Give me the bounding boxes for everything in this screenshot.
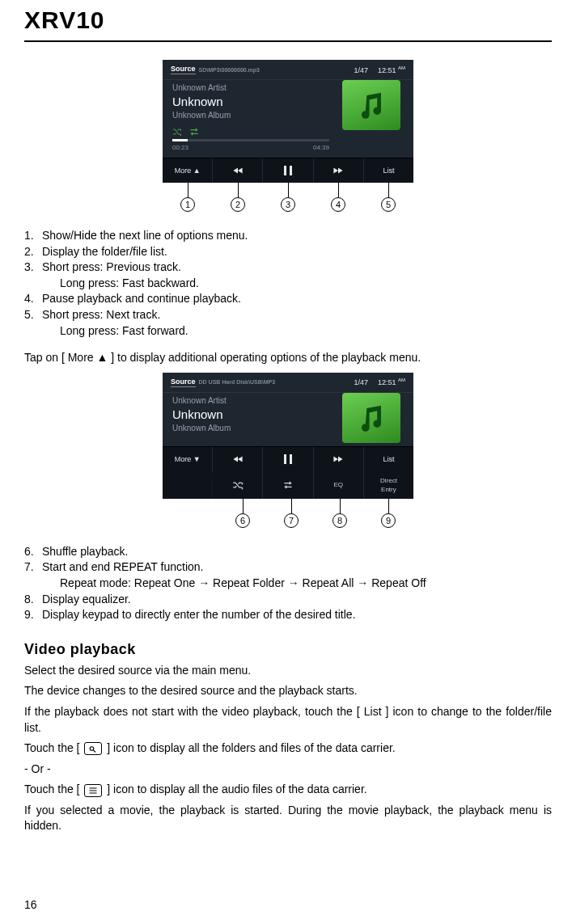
video-p1: Select the desired source via the main m… bbox=[24, 663, 552, 679]
shuffle-icon bbox=[232, 480, 244, 490]
track-index: 1/47 bbox=[354, 66, 368, 74]
video-p6: Touch the [ ] icon to display all the au… bbox=[24, 782, 552, 798]
time-total: 04:39 bbox=[313, 144, 329, 151]
page-number: 16 bbox=[24, 898, 37, 911]
list-button-2[interactable]: List bbox=[364, 447, 413, 471]
album-label-2: Unknown Album bbox=[172, 424, 329, 432]
callouts-2: 6 7 8 9 bbox=[163, 499, 413, 528]
track-title-2: Unknown bbox=[172, 407, 329, 421]
callout-5: 5 bbox=[381, 197, 396, 212]
prev-button-2[interactable] bbox=[213, 447, 263, 471]
controls-row-2b: EQ DirectEntry bbox=[163, 471, 413, 499]
video-p5: - Or - bbox=[24, 762, 552, 778]
track-title: Unknown bbox=[172, 95, 329, 108]
pause-button-2[interactable] bbox=[263, 447, 313, 471]
tap-more-text: Tap on [ More ▲ ] to display additional … bbox=[24, 350, 552, 366]
pause-icon bbox=[282, 165, 294, 176]
source-label-2: Source DD USB Hard Disk\USB\MP3 bbox=[171, 378, 275, 387]
svg-rect-2 bbox=[284, 454, 286, 464]
svg-rect-0 bbox=[284, 166, 286, 175]
album-label: Unknown Album bbox=[172, 111, 329, 120]
player-screenshot-1: Source SD\MP3\00000000.mp3 1/47 12:51 AM… bbox=[163, 60, 413, 183]
track-index-2: 1/47 bbox=[354, 378, 368, 386]
callout-8: 8 bbox=[332, 513, 347, 528]
svg-point-4 bbox=[91, 747, 95, 751]
status-icons bbox=[172, 128, 329, 136]
repeat-icon bbox=[188, 128, 200, 136]
callout-list-1: 1.Show/Hide the next line of options men… bbox=[24, 228, 552, 339]
prev-icon bbox=[232, 454, 244, 465]
pause-button[interactable] bbox=[263, 158, 313, 183]
artist-label-2: Unknown Artist bbox=[172, 396, 329, 405]
svg-rect-1 bbox=[290, 166, 292, 175]
callout-1: 1 bbox=[180, 197, 195, 212]
next-button-2[interactable] bbox=[314, 447, 364, 471]
time-elapsed: 00:23 bbox=[172, 144, 188, 151]
controls-row-2a: More ▼ List bbox=[163, 446, 413, 471]
repeat-button[interactable] bbox=[263, 471, 313, 499]
callout-7: 7 bbox=[284, 513, 299, 528]
controls-row-1: More ▲ List bbox=[163, 158, 413, 183]
progress-bar[interactable] bbox=[172, 139, 329, 141]
video-p2: The device changes to the desired source… bbox=[24, 683, 552, 699]
more-down-button[interactable]: More ▼ bbox=[163, 447, 213, 471]
more-button[interactable]: More ▲ bbox=[163, 158, 213, 183]
screenshot-2-wrap: Source DD USB Hard Disk\USB\MP3 1/47 12:… bbox=[24, 373, 552, 528]
next-icon bbox=[332, 454, 344, 465]
album-art-2 bbox=[342, 393, 400, 443]
screenshot-1-wrap: Source SD\MP3\00000000.mp3 1/47 12:51 AM… bbox=[24, 60, 552, 212]
shuffle-button[interactable] bbox=[213, 471, 263, 499]
pause-icon bbox=[282, 454, 294, 465]
clock: 12:51 AM bbox=[378, 65, 405, 74]
music-note-icon bbox=[355, 402, 388, 434]
player-screenshot-2: Source DD USB Hard Disk\USB\MP3 1/47 12:… bbox=[163, 373, 413, 499]
video-playback-heading: Video playback bbox=[24, 641, 552, 658]
list-button[interactable]: List bbox=[364, 158, 413, 183]
title-divider bbox=[24, 40, 552, 42]
video-p4: Touch the [ ] icon to display all the fo… bbox=[24, 740, 552, 757]
callout-9: 9 bbox=[381, 513, 396, 528]
repeat-icon bbox=[282, 480, 294, 490]
artist-label: Unknown Artist bbox=[172, 83, 329, 92]
page-title: XRV10 bbox=[24, 0, 552, 34]
callouts-1: 1 2 3 4 5 bbox=[163, 183, 413, 212]
clock-2: 12:51 AM bbox=[378, 378, 405, 386]
folder-search-icon bbox=[84, 742, 102, 755]
callout-2: 2 bbox=[231, 197, 245, 212]
eq-button[interactable]: EQ bbox=[314, 471, 364, 499]
next-icon bbox=[332, 165, 344, 176]
callout-list-2: 6.Shuffle playback. 7.Start and end REPE… bbox=[24, 544, 552, 623]
prev-icon bbox=[232, 165, 244, 176]
prev-button[interactable] bbox=[213, 158, 263, 183]
next-button[interactable] bbox=[314, 158, 364, 183]
shuffle-icon bbox=[172, 128, 182, 136]
callout-4: 4 bbox=[331, 197, 345, 212]
spacer bbox=[163, 471, 213, 499]
source-label: Source SD\MP3\00000000.mp3 bbox=[171, 65, 260, 74]
list-icon bbox=[84, 784, 102, 797]
video-p3: If the playback does not start with the … bbox=[24, 704, 552, 736]
album-art bbox=[342, 80, 400, 130]
direct-entry-button[interactable]: DirectEntry bbox=[364, 471, 413, 499]
callout-6: 6 bbox=[235, 513, 250, 528]
callout-3: 3 bbox=[281, 197, 295, 212]
music-note-icon bbox=[355, 89, 388, 121]
svg-rect-3 bbox=[290, 454, 292, 464]
video-p7: If you selected a movie, the playback is… bbox=[24, 803, 552, 834]
